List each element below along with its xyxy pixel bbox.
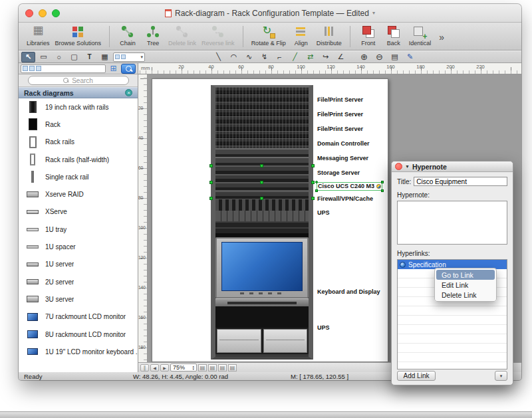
rack-drive-unit[interactable] bbox=[215, 211, 309, 221]
library-item[interactable]: Xserve RAID bbox=[19, 185, 138, 203]
rack-unit-label[interactable]: Keyboard and Display bbox=[317, 288, 380, 296]
selection-handle[interactable] bbox=[315, 189, 318, 192]
pen-tool-button[interactable] bbox=[403, 52, 417, 62]
zigzag-line-tool-button[interactable] bbox=[257, 52, 271, 62]
zoom-stepper[interactable] bbox=[192, 365, 194, 370]
hypernote-note-textarea[interactable] bbox=[397, 201, 507, 245]
distribute-button[interactable]: Distribute bbox=[314, 25, 344, 47]
chain-button[interactable]: Chain bbox=[115, 25, 140, 47]
library-search-button[interactable] bbox=[121, 64, 136, 74]
rack-unit-label[interactable]: Messaging Server bbox=[317, 155, 368, 162]
ups-box[interactable] bbox=[263, 329, 308, 353]
library-item[interactable]: 2U server bbox=[19, 273, 138, 290]
delete-link-button[interactable]: Delete link bbox=[166, 25, 199, 47]
toolbar-overflow-button[interactable] bbox=[439, 32, 444, 43]
drawing-page[interactable]: File/Print Server File/Print Server File… bbox=[152, 78, 388, 362]
rack-firewall-unit[interactable] bbox=[215, 199, 309, 211]
rack-unit-label[interactable]: Firewall/VPN/Cache bbox=[317, 195, 373, 203]
library-item[interactable]: Rack rails bbox=[19, 134, 138, 151]
browse-solutions-button[interactable]: Browse Solutions bbox=[53, 25, 104, 47]
table-tool-button[interactable] bbox=[98, 52, 112, 62]
line-tool-button[interactable] bbox=[211, 52, 225, 62]
arc-tool-button[interactable] bbox=[227, 52, 241, 62]
selection-handle[interactable] bbox=[260, 164, 263, 167]
rack-unit-label[interactable]: File/Print Server bbox=[317, 96, 363, 104]
selection-handle[interactable] bbox=[311, 197, 315, 200]
disclosure-triangle-icon[interactable] bbox=[405, 164, 410, 169]
selection-handle[interactable] bbox=[381, 189, 384, 192]
ups-box[interactable] bbox=[217, 329, 261, 353]
close-library-icon[interactable] bbox=[125, 89, 132, 96]
selection-handle[interactable] bbox=[381, 181, 384, 183]
hypernote-title-input[interactable] bbox=[414, 177, 507, 186]
next-page-button[interactable] bbox=[160, 364, 169, 371]
rack-unit-label[interactable]: Storage Server bbox=[317, 169, 360, 177]
rack-keyboard-tray[interactable] bbox=[215, 298, 309, 306]
elbow-connector-button[interactable] bbox=[273, 52, 287, 62]
rack-unit-label[interactable]: File/Print Server bbox=[317, 126, 363, 133]
zoom-level-control[interactable]: 75% bbox=[170, 364, 197, 371]
library-item[interactable]: 1U 19" LCD monitor keyboard ... bbox=[19, 343, 138, 360]
close-palette-button[interactable] bbox=[395, 163, 402, 170]
page-splitter-handle[interactable] bbox=[140, 364, 149, 371]
rack-unit-label[interactable]: UPS bbox=[317, 209, 330, 217]
rack-unit-label[interactable]: UPS bbox=[317, 324, 330, 332]
library-item[interactable]: 8U rackmount LCD monitor bbox=[19, 326, 138, 343]
selection-handle[interactable] bbox=[311, 164, 315, 167]
identical-button[interactable]: Identical bbox=[406, 25, 434, 47]
selection-handle[interactable] bbox=[209, 197, 213, 200]
back-button[interactable]: Back bbox=[381, 25, 406, 47]
rotate-flip-button[interactable]: Rotate & Flip bbox=[249, 25, 289, 47]
selection-handle[interactable] bbox=[311, 181, 315, 184]
library-item[interactable]: 3U server bbox=[19, 290, 138, 308]
hypernote-palette-header[interactable]: Hypernote bbox=[392, 161, 513, 172]
libraries-button[interactable]: Libraries bbox=[24, 25, 53, 47]
page-view-button[interactable] bbox=[228, 364, 237, 371]
search-input[interactable]: Search bbox=[28, 76, 129, 85]
library-item[interactable]: XServe bbox=[19, 203, 138, 221]
menu-item-delete-link[interactable]: Delete Link bbox=[436, 290, 495, 300]
selection-handle[interactable] bbox=[260, 181, 263, 184]
curve-connector-button[interactable] bbox=[319, 52, 332, 62]
rounded-rect-tool-button[interactable] bbox=[67, 52, 81, 62]
angle-connector-button[interactable] bbox=[334, 52, 348, 62]
rack-servers-block[interactable] bbox=[215, 87, 309, 148]
front-button[interactable]: Front bbox=[356, 25, 381, 47]
rack-unit-label[interactable]: File/Print Server bbox=[317, 111, 363, 118]
select-tool-button[interactable] bbox=[21, 52, 35, 62]
title-chevron-icon[interactable] bbox=[372, 10, 375, 16]
selection-handle[interactable] bbox=[209, 164, 213, 167]
add-link-button[interactable]: Add Link bbox=[397, 371, 436, 381]
server-rack-shape[interactable] bbox=[211, 85, 313, 360]
library-item[interactable]: 7U rackmount LCD monitor bbox=[19, 308, 138, 326]
rack-unit-label-selected[interactable]: Cisco UCS C240 M3 bbox=[317, 183, 382, 190]
reverse-link-button[interactable]: Reverse link bbox=[199, 25, 237, 47]
text-tool-button[interactable] bbox=[82, 52, 96, 62]
library-item[interactable]: Rack rails (half-width) bbox=[19, 151, 138, 168]
rectangle-tool-button[interactable] bbox=[37, 52, 51, 62]
library-item[interactable]: Rack bbox=[19, 116, 138, 133]
library-item[interactable]: 1U server bbox=[19, 256, 138, 273]
library-grid-view-button[interactable] bbox=[108, 64, 119, 74]
hyperlink-indicator-icon[interactable] bbox=[376, 184, 381, 189]
selection-handle[interactable] bbox=[260, 197, 263, 200]
spline-tool-button[interactable] bbox=[242, 52, 256, 62]
rack-lcd-monitor[interactable] bbox=[215, 237, 309, 298]
quick-shape-field[interactable] bbox=[21, 64, 106, 73]
zoom-out-button[interactable] bbox=[372, 52, 386, 62]
selection-handle[interactable] bbox=[209, 181, 213, 184]
print-button[interactable] bbox=[388, 52, 402, 62]
zoom-decrease-icon[interactable] bbox=[192, 367, 194, 370]
rack-selected-units[interactable] bbox=[215, 165, 309, 199]
zoom-in-button[interactable] bbox=[357, 52, 371, 62]
shape-preview-dropdown[interactable] bbox=[113, 52, 145, 62]
previous-page-button[interactable] bbox=[150, 364, 159, 371]
smart-connector-button[interactable] bbox=[303, 52, 317, 62]
tree-button[interactable]: Tree bbox=[140, 25, 166, 47]
library-section-header[interactable]: Rack diagrams bbox=[19, 87, 138, 98]
menu-item-go-to-link[interactable]: Go to Link bbox=[436, 270, 495, 280]
rack-vent-unit[interactable] bbox=[215, 221, 309, 233]
palette-options-button[interactable] bbox=[495, 371, 507, 381]
page-view-button[interactable] bbox=[218, 364, 227, 371]
rack-ups-unit[interactable] bbox=[215, 306, 309, 328]
